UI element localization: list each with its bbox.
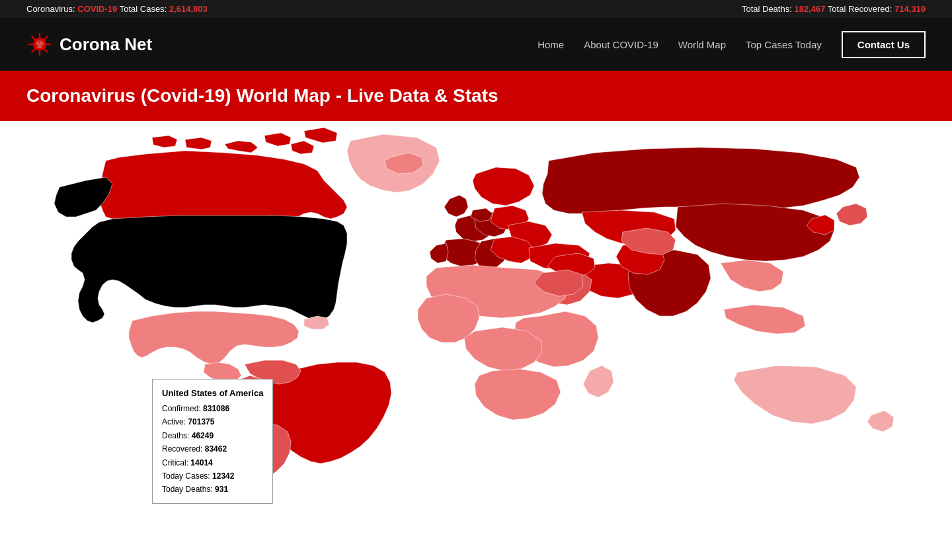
coronavirus-label: Coronavirus:	[26, 4, 75, 14]
tooltip-recovered: Recovered: 83462	[162, 442, 263, 456]
about-link[interactable]: About COVID-19	[584, 39, 658, 50]
svg-point-12	[42, 45, 44, 47]
svg-line-7	[44, 49, 47, 52]
topcases-link[interactable]: Top Cases Today	[746, 39, 822, 50]
tooltip-deaths: Deaths: 46249	[162, 429, 263, 442]
tooltip-today-cases: Today Cases: 12342	[162, 469, 263, 483]
total-cases-label: Total Cases:	[120, 4, 167, 14]
total-recovered-value: 714,319	[894, 4, 926, 14]
tooltip-confirmed: Confirmed: 831086	[162, 402, 263, 415]
total-deaths-label: Total Deaths:	[742, 4, 792, 14]
tooltip-active: Active: 701375	[162, 415, 263, 428]
worldmap-link[interactable]: World Map	[678, 39, 726, 50]
world-map-svg[interactable]	[0, 121, 952, 531]
tooltip-today-deaths: Today Deaths: 931	[162, 483, 263, 496]
svg-line-9	[32, 49, 35, 52]
logo-area: Corona Net	[26, 31, 152, 58]
logo-icon	[26, 31, 53, 58]
svg-line-8	[44, 37, 47, 40]
covid-label: COVID-19	[77, 4, 117, 14]
page-title: Coronavirus (Covid-19) World Map - Live …	[26, 85, 926, 106]
nav-links: Home About COVID-19 World Map Top Cases …	[537, 31, 926, 58]
tooltip-country: United States of America	[162, 386, 263, 401]
contact-button[interactable]: Contact Us	[842, 31, 926, 58]
country-tooltip: United States of America Confirmed: 8310…	[152, 379, 273, 504]
logo-text: Corona Net	[60, 34, 152, 55]
navbar: Corona Net Home About COVID-19 World Map…	[0, 18, 952, 71]
total-recovered-label: Total Recovered:	[828, 4, 892, 14]
red-banner: Coronavirus (Covid-19) World Map - Live …	[0, 71, 952, 121]
svg-point-13	[36, 45, 38, 47]
total-cases-value: 2,614,803	[169, 4, 208, 14]
tooltip-critical: Critical: 14014	[162, 456, 263, 469]
stats-bar: Coronavirus: COVID-19 Total Cases: 2,614…	[0, 0, 952, 18]
svg-point-11	[39, 41, 41, 43]
home-link[interactable]: Home	[537, 39, 564, 50]
map-area: United States of America Confirmed: 8310…	[0, 121, 952, 531]
right-stats: Total Deaths: 182,467 Total Recovered: 7…	[742, 4, 926, 14]
svg-line-6	[32, 37, 35, 40]
total-deaths-value: 182,467	[794, 4, 825, 14]
left-stats: Coronavirus: COVID-19 Total Cases: 2,614…	[26, 4, 208, 14]
